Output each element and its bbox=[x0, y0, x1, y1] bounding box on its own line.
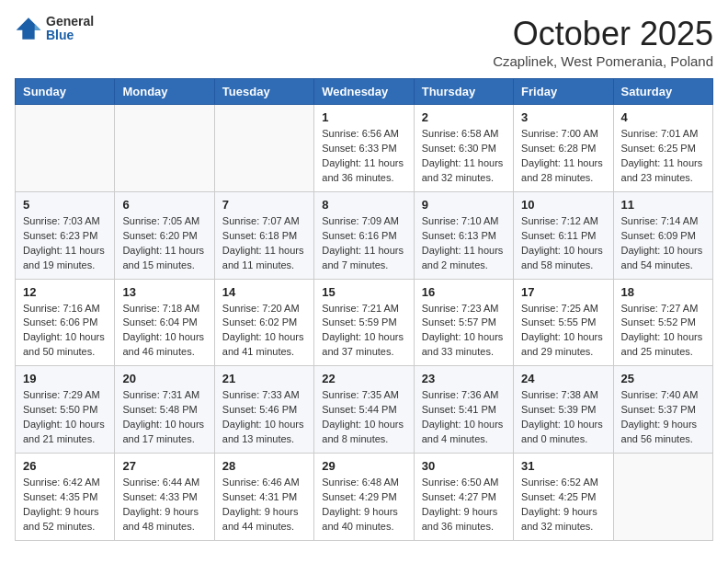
day-number: 28 bbox=[222, 459, 306, 473]
day-number: 24 bbox=[521, 372, 605, 385]
weekday-header: Monday bbox=[115, 79, 214, 105]
logo-general-text: General bbox=[46, 15, 94, 29]
day-number: 30 bbox=[422, 459, 506, 473]
calendar-week-row: 26Sunrise: 6:42 AM Sunset: 4:35 PM Dayli… bbox=[16, 454, 713, 541]
day-info: Sunrise: 6:44 AM Sunset: 4:33 PM Dayligh… bbox=[122, 476, 206, 534]
calendar-week-row: 5Sunrise: 7:03 AM Sunset: 6:23 PM Daylig… bbox=[16, 191, 713, 279]
day-info: Sunrise: 6:58 AM Sunset: 6:30 PM Dayligh… bbox=[422, 127, 506, 186]
calendar-title: October 2025 bbox=[493, 15, 713, 53]
day-info: Sunrise: 7:36 AM Sunset: 5:41 PM Dayligh… bbox=[422, 388, 506, 447]
day-number: 16 bbox=[422, 285, 506, 299]
day-info: Sunrise: 7:03 AM Sunset: 6:23 PM Dayligh… bbox=[23, 214, 107, 273]
page-header: General Blue October 2025 Czaplinek, Wes… bbox=[15, 15, 713, 69]
calendar-cell: 21Sunrise: 7:33 AM Sunset: 5:46 PM Dayli… bbox=[214, 366, 313, 454]
calendar-cell: 1Sunrise: 6:56 AM Sunset: 6:33 PM Daylig… bbox=[314, 105, 414, 192]
title-block: October 2025 Czaplinek, West Pomerania, … bbox=[493, 15, 713, 69]
day-info: Sunrise: 7:14 AM Sunset: 6:09 PM Dayligh… bbox=[621, 214, 705, 273]
day-info: Sunrise: 7:21 AM Sunset: 5:59 PM Dayligh… bbox=[322, 302, 405, 361]
weekday-header: Friday bbox=[514, 79, 613, 105]
day-number: 6 bbox=[122, 198, 206, 212]
day-info: Sunrise: 7:01 AM Sunset: 6:25 PM Dayligh… bbox=[621, 127, 705, 186]
calendar-cell: 31Sunrise: 6:52 AM Sunset: 4:25 PM Dayli… bbox=[514, 454, 613, 541]
day-info: Sunrise: 7:05 AM Sunset: 6:20 PM Dayligh… bbox=[122, 214, 206, 273]
calendar-cell: 24Sunrise: 7:38 AM Sunset: 5:39 PM Dayli… bbox=[514, 366, 613, 454]
calendar-cell: 23Sunrise: 7:36 AM Sunset: 5:41 PM Dayli… bbox=[414, 366, 513, 454]
calendar-cell: 10Sunrise: 7:12 AM Sunset: 6:11 PM Dayli… bbox=[514, 191, 613, 279]
day-info: Sunrise: 7:31 AM Sunset: 5:48 PM Dayligh… bbox=[122, 388, 206, 447]
day-number: 2 bbox=[422, 110, 506, 124]
day-info: Sunrise: 6:50 AM Sunset: 4:27 PM Dayligh… bbox=[422, 476, 506, 534]
calendar-cell: 28Sunrise: 6:46 AM Sunset: 4:31 PM Dayli… bbox=[214, 454, 313, 541]
calendar-cell bbox=[115, 105, 214, 192]
day-info: Sunrise: 7:29 AM Sunset: 5:50 PM Dayligh… bbox=[23, 388, 107, 447]
calendar-cell: 25Sunrise: 7:40 AM Sunset: 5:37 PM Dayli… bbox=[613, 366, 712, 454]
calendar-cell: 27Sunrise: 6:44 AM Sunset: 4:33 PM Dayli… bbox=[115, 454, 214, 541]
day-number: 22 bbox=[322, 372, 405, 385]
weekday-header-row: SundayMondayTuesdayWednesdayThursdayFrid… bbox=[16, 79, 713, 105]
day-number: 1 bbox=[322, 110, 405, 124]
calendar-table: SundayMondayTuesdayWednesdayThursdayFrid… bbox=[15, 78, 713, 541]
day-info: Sunrise: 7:25 AM Sunset: 5:55 PM Dayligh… bbox=[521, 302, 605, 361]
calendar-cell: 15Sunrise: 7:21 AM Sunset: 5:59 PM Dayli… bbox=[314, 279, 414, 366]
calendar-week-row: 19Sunrise: 7:29 AM Sunset: 5:50 PM Dayli… bbox=[16, 366, 713, 454]
svg-marker-2 bbox=[35, 24, 41, 30]
day-number: 14 bbox=[222, 285, 306, 299]
day-number: 7 bbox=[222, 198, 306, 212]
calendar-cell: 5Sunrise: 7:03 AM Sunset: 6:23 PM Daylig… bbox=[16, 191, 115, 279]
day-info: Sunrise: 6:52 AM Sunset: 4:25 PM Dayligh… bbox=[521, 476, 605, 534]
calendar-body: 1Sunrise: 6:56 AM Sunset: 6:33 PM Daylig… bbox=[16, 105, 713, 541]
calendar-cell: 9Sunrise: 7:10 AM Sunset: 6:13 PM Daylig… bbox=[414, 191, 513, 279]
day-number: 13 bbox=[122, 285, 206, 299]
calendar-cell bbox=[16, 105, 115, 192]
day-info: Sunrise: 6:48 AM Sunset: 4:29 PM Dayligh… bbox=[322, 476, 405, 534]
calendar-week-row: 12Sunrise: 7:16 AM Sunset: 6:06 PM Dayli… bbox=[16, 279, 713, 366]
calendar-cell: 6Sunrise: 7:05 AM Sunset: 6:20 PM Daylig… bbox=[115, 191, 214, 279]
day-number: 31 bbox=[521, 459, 605, 473]
day-number: 26 bbox=[23, 459, 107, 473]
day-number: 8 bbox=[322, 198, 405, 212]
logo-icon bbox=[15, 15, 42, 42]
calendar-cell: 7Sunrise: 7:07 AM Sunset: 6:18 PM Daylig… bbox=[214, 191, 313, 279]
day-info: Sunrise: 6:56 AM Sunset: 6:33 PM Dayligh… bbox=[322, 127, 405, 186]
day-info: Sunrise: 7:20 AM Sunset: 6:02 PM Dayligh… bbox=[222, 302, 306, 361]
weekday-header: Sunday bbox=[16, 79, 115, 105]
weekday-header: Tuesday bbox=[214, 79, 313, 105]
day-number: 21 bbox=[222, 372, 306, 385]
weekday-header: Saturday bbox=[613, 79, 712, 105]
calendar-cell: 3Sunrise: 7:00 AM Sunset: 6:28 PM Daylig… bbox=[514, 105, 613, 192]
day-number: 12 bbox=[23, 285, 107, 299]
day-number: 11 bbox=[621, 198, 705, 212]
calendar-cell: 2Sunrise: 6:58 AM Sunset: 6:30 PM Daylig… bbox=[414, 105, 513, 192]
calendar-cell: 30Sunrise: 6:50 AM Sunset: 4:27 PM Dayli… bbox=[414, 454, 513, 541]
calendar-cell: 17Sunrise: 7:25 AM Sunset: 5:55 PM Dayli… bbox=[514, 279, 613, 366]
day-number: 23 bbox=[422, 372, 506, 385]
day-number: 4 bbox=[621, 110, 705, 124]
day-number: 10 bbox=[521, 198, 605, 212]
calendar-cell: 18Sunrise: 7:27 AM Sunset: 5:52 PM Dayli… bbox=[613, 279, 712, 366]
calendar-header: SundayMondayTuesdayWednesdayThursdayFrid… bbox=[16, 79, 713, 105]
day-number: 3 bbox=[521, 110, 605, 124]
day-number: 5 bbox=[23, 198, 107, 212]
calendar-cell bbox=[613, 454, 712, 541]
day-number: 9 bbox=[422, 198, 506, 212]
weekday-header: Wednesday bbox=[314, 79, 414, 105]
day-number: 20 bbox=[122, 372, 206, 385]
logo: General Blue bbox=[15, 15, 94, 43]
calendar-cell: 13Sunrise: 7:18 AM Sunset: 6:04 PM Dayli… bbox=[115, 279, 214, 366]
calendar-cell: 12Sunrise: 7:16 AM Sunset: 6:06 PM Dayli… bbox=[16, 279, 115, 366]
calendar-cell: 8Sunrise: 7:09 AM Sunset: 6:16 PM Daylig… bbox=[314, 191, 414, 279]
day-number: 29 bbox=[322, 459, 405, 473]
calendar-cell bbox=[214, 105, 313, 192]
logo-text: General Blue bbox=[46, 15, 94, 43]
calendar-subtitle: Czaplinek, West Pomerania, Poland bbox=[493, 53, 713, 69]
day-info: Sunrise: 7:09 AM Sunset: 6:16 PM Dayligh… bbox=[322, 214, 405, 273]
day-number: 17 bbox=[521, 285, 605, 299]
day-info: Sunrise: 7:40 AM Sunset: 5:37 PM Dayligh… bbox=[621, 388, 705, 447]
day-info: Sunrise: 7:35 AM Sunset: 5:44 PM Dayligh… bbox=[322, 388, 405, 447]
calendar-cell: 26Sunrise: 6:42 AM Sunset: 4:35 PM Dayli… bbox=[16, 454, 115, 541]
day-info: Sunrise: 7:18 AM Sunset: 6:04 PM Dayligh… bbox=[122, 302, 206, 361]
weekday-header: Thursday bbox=[414, 79, 513, 105]
day-info: Sunrise: 7:38 AM Sunset: 5:39 PM Dayligh… bbox=[521, 388, 605, 447]
day-number: 15 bbox=[322, 285, 405, 299]
logo-blue-text: Blue bbox=[46, 29, 94, 42]
